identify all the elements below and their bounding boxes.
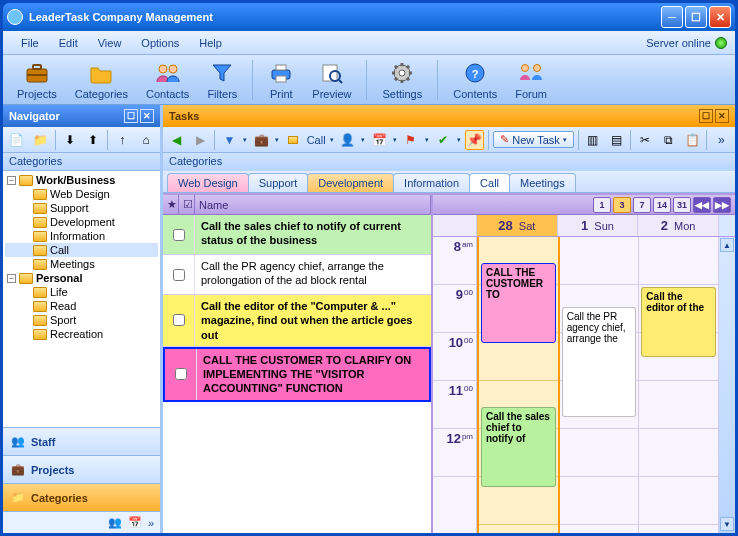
task-checkbox[interactable] [173, 314, 185, 326]
tree-node-read[interactable]: Read [5, 299, 158, 313]
toolbar-filters[interactable]: Filters [201, 58, 243, 102]
toolbar-print[interactable]: Print [262, 58, 300, 102]
paste-icon[interactable]: 📋 [683, 130, 703, 150]
nav-up-icon[interactable]: ↑ [112, 130, 132, 150]
appointment[interactable]: Call the PR agency chief, arrange the [562, 307, 637, 417]
tree-node-personal[interactable]: −Personal [5, 271, 158, 285]
col-star-icon[interactable]: ★ [163, 195, 179, 214]
tree-node-recreation[interactable]: Recreation [5, 327, 158, 341]
check-icon[interactable]: ✔ [433, 130, 453, 150]
call-dropdown[interactable] [283, 130, 303, 150]
menu-options[interactable]: Options [131, 34, 189, 52]
toolbar-settings[interactable]: Settings [376, 58, 428, 102]
tab-support[interactable]: Support [248, 173, 309, 192]
tree-node-web-design[interactable]: Web Design [5, 187, 158, 201]
day-header-sat[interactable]: 28Sat [477, 215, 558, 236]
appointment[interactable]: CALL THE CUSTOMER TO [481, 263, 556, 343]
outlook-projects[interactable]: 💼Projects [3, 455, 160, 483]
toolbar-preview[interactable]: Preview [306, 58, 357, 102]
task-row[interactable]: Call the PR agency chief, arrange the pr… [163, 255, 431, 295]
nav-expand-icon[interactable]: ⬇ [60, 130, 80, 150]
maximize-button[interactable]: ☐ [685, 6, 707, 28]
outlook-staff[interactable]: 👥Staff [3, 427, 160, 455]
task-row[interactable]: Call the sales chief to notify of curren… [163, 215, 431, 255]
view-days-3[interactable]: 3 [613, 197, 631, 213]
tree-node-life[interactable]: Life [5, 285, 158, 299]
day-column-sun[interactable]: Call the PR agency chief, arrange the [560, 237, 640, 533]
tab-information[interactable]: Information [393, 173, 470, 192]
task-checkbox[interactable] [173, 229, 185, 241]
call-label[interactable]: Call [307, 134, 326, 146]
cut-icon[interactable]: ✂ [635, 130, 655, 150]
toolbar-contacts[interactable]: Contacts [140, 58, 195, 102]
close-button[interactable]: ✕ [709, 6, 731, 28]
tasks-max-icon[interactable]: ☐ [699, 109, 713, 123]
toolbar-contents[interactable]: ?Contents [447, 58, 503, 102]
day-header-sun[interactable]: 1Sun [558, 215, 639, 236]
minimize-button[interactable]: ─ [661, 6, 683, 28]
tree-node-information[interactable]: Information [5, 229, 158, 243]
appointment[interactable]: Call the sales chief to notify of [481, 407, 556, 487]
day-header-mon[interactable]: 2Mon [638, 215, 719, 236]
view-days-14[interactable]: 14 [653, 197, 671, 213]
layout2-icon[interactable]: ▤ [606, 130, 626, 150]
view-days-31[interactable]: 31 [673, 197, 691, 213]
nav-close-icon[interactable]: ✕ [140, 109, 154, 123]
tree-node-call[interactable]: Call [5, 243, 158, 257]
forward-icon[interactable]: ▶ [191, 130, 211, 150]
status-chevron-icon[interactable]: » [148, 517, 154, 529]
expander-icon[interactable]: − [7, 274, 16, 283]
task-row[interactable]: CALL THE CUSTOMER TO CLARIFY ON IMPLEMEN… [163, 347, 431, 402]
date-icon[interactable]: 📅 [369, 130, 389, 150]
nav-collapse-icon[interactable]: ⬆ [84, 130, 104, 150]
category-tree[interactable]: −Work/BusinessWeb DesignSupportDevelopme… [3, 171, 160, 427]
pin-icon[interactable]: 📌 [465, 130, 485, 150]
toolbar-categories[interactable]: Categories [69, 58, 134, 102]
status-contacts-icon[interactable]: 👥 [108, 516, 122, 529]
calendar-scrollbar[interactable]: ▲ ▼ [719, 237, 735, 533]
cal-next-icon[interactable]: ▶▶ [713, 197, 731, 213]
flag-icon[interactable]: ⚑ [401, 130, 421, 150]
col-check-icon[interactable]: ☑ [179, 195, 195, 214]
overflow-chevron-icon[interactable]: » [711, 130, 731, 150]
menu-view[interactable]: View [88, 34, 132, 52]
tasks-close-icon[interactable]: ✕ [715, 109, 729, 123]
menu-file[interactable]: File [11, 34, 49, 52]
nav-home-icon[interactable]: ⌂ [136, 130, 156, 150]
nav-max-icon[interactable]: ☐ [124, 109, 138, 123]
filter-funnel-icon[interactable]: ▼ [219, 130, 239, 150]
tree-node-meetings[interactable]: Meetings [5, 257, 158, 271]
expander-icon[interactable]: − [7, 176, 16, 185]
copy-icon[interactable]: ⧉ [659, 130, 679, 150]
tab-call[interactable]: Call [469, 173, 510, 192]
scroll-up-icon[interactable]: ▲ [720, 238, 734, 252]
tree-node-sport[interactable]: Sport [5, 313, 158, 327]
menu-edit[interactable]: Edit [49, 34, 88, 52]
tree-node-work-business[interactable]: −Work/Business [5, 173, 158, 187]
back-icon[interactable]: ◀ [167, 130, 187, 150]
cal-prev-icon[interactable]: ◀◀ [693, 197, 711, 213]
toolbar-projects[interactable]: Projects [11, 58, 63, 102]
status-calendar-icon[interactable]: 📅 [128, 516, 142, 529]
day-column-sat[interactable]: CALL THE CUSTOMER TOCall the sales chief… [477, 237, 560, 533]
task-row[interactable]: Call the editor of the "Computer & ..." … [163, 295, 431, 347]
project-icon[interactable]: 💼 [251, 130, 271, 150]
col-name[interactable]: Name [195, 195, 431, 214]
tree-node-support[interactable]: Support [5, 201, 158, 215]
menu-help[interactable]: Help [189, 34, 232, 52]
nav-new-icon[interactable]: 📄 [7, 130, 27, 150]
nav-newfolder-icon[interactable]: 📁 [31, 130, 51, 150]
task-checkbox[interactable] [173, 269, 185, 281]
view-days-1[interactable]: 1 [593, 197, 611, 213]
outlook-categories[interactable]: 📁Categories [3, 483, 160, 511]
appointment[interactable]: Call the editor of the [641, 287, 716, 357]
view-days-7[interactable]: 7 [633, 197, 651, 213]
layout1-icon[interactable]: ▥ [583, 130, 603, 150]
day-column-mon[interactable]: Call the editor of the [639, 237, 719, 533]
tree-node-development[interactable]: Development [5, 215, 158, 229]
new-task-button[interactable]: ✎New Task▾ [493, 131, 573, 148]
tab-web-design[interactable]: Web Design [167, 173, 249, 192]
scroll-down-icon[interactable]: ▼ [720, 517, 734, 531]
contact-icon[interactable]: 👤 [338, 130, 358, 150]
tab-development[interactable]: Development [307, 173, 394, 192]
